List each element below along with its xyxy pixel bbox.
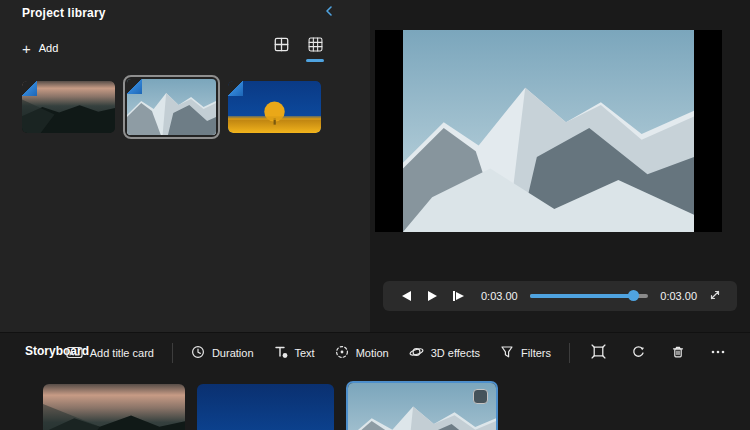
library-thumbnail-row xyxy=(22,75,321,139)
project-library-header: Project library xyxy=(0,0,370,28)
more-options-button[interactable] xyxy=(704,340,732,366)
text-button[interactable]: Text xyxy=(266,340,323,366)
clock-icon xyxy=(191,345,205,361)
add-title-card-label: Add title card xyxy=(90,347,154,359)
seek-fill xyxy=(530,294,633,298)
filters-label: Filters xyxy=(521,347,551,359)
grid-2x2-icon xyxy=(274,37,289,55)
video-editor-app: Project library + Add xyxy=(0,0,750,430)
view-toggle-group xyxy=(270,34,326,58)
toolbar-separator xyxy=(569,343,570,363)
plus-icon: + xyxy=(22,41,31,56)
filters-button[interactable]: Filters xyxy=(492,340,559,366)
video-player-stage xyxy=(375,30,722,232)
add-media-label: Add xyxy=(39,42,59,54)
3d-effects-icon xyxy=(409,345,424,361)
add-media-button[interactable]: + Add xyxy=(22,36,58,60)
library-thumbnail-dusk-mountains[interactable] xyxy=(22,81,115,133)
project-library-panel: Project library + Add xyxy=(0,0,370,332)
library-toolbar: + Add xyxy=(0,32,370,62)
in-storyboard-fold-icon xyxy=(127,79,142,94)
motion-label: Motion xyxy=(356,347,389,359)
3d-effects-button[interactable]: 3D effects xyxy=(401,340,488,366)
previous-frame-button[interactable] xyxy=(393,284,419,308)
in-storyboard-fold-icon xyxy=(228,81,243,96)
library-thumbnail-snowy-mountain[interactable] xyxy=(123,75,220,139)
next-frame-button[interactable] xyxy=(445,284,471,308)
elapsed-time: 0:03.00 xyxy=(481,290,518,302)
in-storyboard-fold-icon xyxy=(22,81,37,96)
duration-button[interactable]: Duration xyxy=(183,340,262,366)
motion-icon xyxy=(335,345,349,361)
expand-preview-button[interactable] xyxy=(703,284,727,308)
grid-view-small-button[interactable] xyxy=(304,34,326,58)
3d-effects-label: 3D effects xyxy=(431,347,480,359)
preview-frame-snowy-mountain xyxy=(403,30,694,232)
crop-frame-icon xyxy=(591,344,606,362)
chevron-left-icon xyxy=(322,6,336,21)
snowy-mountain-photo xyxy=(127,79,216,135)
add-title-card-button[interactable]: Add title card xyxy=(58,341,162,366)
text-label: Text xyxy=(295,347,315,359)
text-icon xyxy=(274,345,288,361)
preview-pane: 0:03.00 0:03.00 xyxy=(370,0,750,332)
play-icon xyxy=(428,291,437,301)
library-thumbnail-autumn-tree[interactable] xyxy=(228,81,321,133)
storyboard-section: Storyboard Add title card Durat xyxy=(0,333,750,430)
seek-slider[interactable] xyxy=(530,284,649,308)
collapse-panel-button[interactable] xyxy=(320,3,338,21)
more-options-icon xyxy=(710,345,726,362)
toolbar-separator xyxy=(172,343,173,363)
dusk-mountains-photo xyxy=(22,81,115,133)
filters-icon xyxy=(500,345,514,361)
autumn-tree-photo xyxy=(228,81,321,133)
delete-button[interactable] xyxy=(664,340,692,366)
clip-selection-checkbox[interactable] xyxy=(473,389,488,404)
storyboard-clip-dusk-mountains[interactable] xyxy=(43,384,185,430)
storyboard-clip-row xyxy=(0,380,750,430)
resize-frame-button[interactable] xyxy=(584,340,612,366)
grid-3x3-icon xyxy=(308,37,323,55)
trash-icon xyxy=(671,345,685,362)
seek-thumb[interactable] xyxy=(628,290,639,301)
storyboard-clip-snowy-mountain[interactable] xyxy=(346,381,498,430)
title-card-icon xyxy=(66,346,83,361)
total-duration: 0:03.00 xyxy=(660,290,697,302)
rotate-icon xyxy=(631,344,646,362)
duration-label: Duration xyxy=(212,347,254,359)
storyboard-clip-autumn-tree[interactable] xyxy=(197,384,334,430)
play-button[interactable] xyxy=(419,284,445,308)
playback-controls-bar: 0:03.00 0:03.00 xyxy=(383,281,737,311)
grid-view-large-button[interactable] xyxy=(270,34,292,58)
previous-frame-icon xyxy=(402,291,411,301)
expand-preview-icon xyxy=(708,288,722,305)
next-frame-icon xyxy=(456,292,464,300)
storyboard-toolbar: Add title card Duration Text xyxy=(58,339,736,367)
motion-button[interactable]: Motion xyxy=(327,340,397,366)
project-library-title: Project library xyxy=(22,6,106,20)
rotate-button[interactable] xyxy=(624,340,652,366)
